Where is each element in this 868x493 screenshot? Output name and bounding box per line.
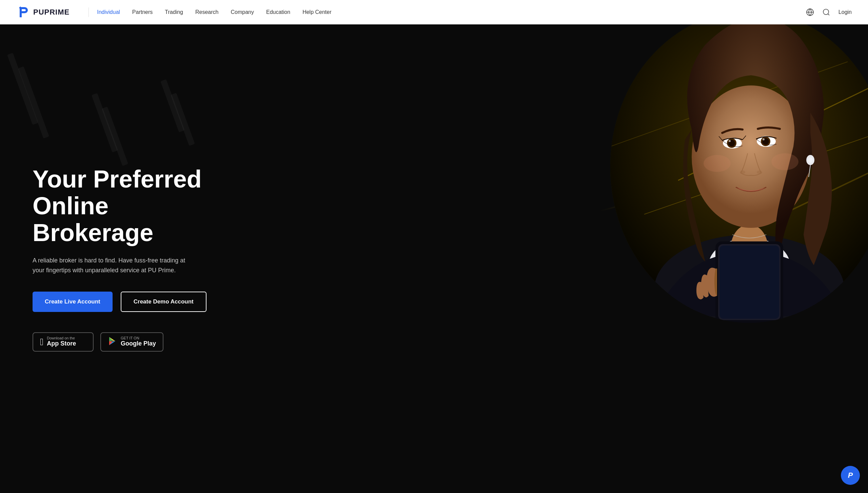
logo-icon bbox=[16, 5, 31, 19]
nav-links: Individual Partners Trading Research Com… bbox=[97, 9, 806, 15]
nav-help-center[interactable]: Help Center bbox=[302, 9, 331, 15]
decorative-slash-4 bbox=[102, 106, 128, 166]
hero-woman-image bbox=[610, 24, 868, 323]
decorative-slash-5 bbox=[160, 79, 185, 133]
login-button[interactable]: Login bbox=[839, 9, 852, 15]
search-icon[interactable] bbox=[822, 8, 830, 16]
nav-company[interactable]: Company bbox=[231, 9, 254, 15]
svg-point-23 bbox=[704, 155, 731, 172]
hero-section: Your Preferred Online Brokerage A reliab… bbox=[0, 24, 868, 493]
svg-rect-29 bbox=[719, 245, 779, 319]
decorative-slash-1 bbox=[7, 53, 38, 125]
nav-trading[interactable]: Trading bbox=[165, 9, 183, 15]
google-play-large-label: Google Play bbox=[121, 340, 156, 348]
navbar: PUPRIME Individual Partners Trading Rese… bbox=[0, 0, 868, 24]
google-play-button[interactable]: GET IT ON Google Play bbox=[100, 332, 163, 352]
app-store-small-label: Download on the bbox=[47, 336, 75, 340]
hero-buttons: Create Live Account Create Demo Account bbox=[33, 292, 231, 312]
app-store-text: Download on the App Store bbox=[47, 336, 76, 348]
hero-content: Your Preferred Online Brokerage A reliab… bbox=[0, 166, 231, 352]
globe-icon[interactable] bbox=[806, 8, 814, 16]
svg-point-20 bbox=[763, 138, 765, 140]
hero-title-line2: Online Brokerage bbox=[33, 192, 153, 246]
apple-icon:  bbox=[40, 337, 43, 347]
app-store-large-label: App Store bbox=[47, 340, 76, 348]
svg-point-22 bbox=[757, 171, 762, 174]
nav-divider bbox=[88, 7, 89, 17]
google-play-icon bbox=[108, 336, 117, 348]
pu-prime-badge-icon: P bbox=[848, 471, 853, 480]
svg-point-21 bbox=[740, 171, 745, 174]
google-play-small-label: GET IT ON bbox=[121, 336, 139, 340]
nav-research[interactable]: Research bbox=[195, 9, 218, 15]
create-demo-account-button[interactable]: Create Demo Account bbox=[121, 292, 206, 312]
hero-title-line1: Your Preferred bbox=[33, 165, 202, 193]
decorative-slash-3 bbox=[92, 93, 118, 152]
nav-right: Login bbox=[806, 8, 852, 16]
nav-education[interactable]: Education bbox=[266, 9, 290, 15]
svg-point-26 bbox=[808, 157, 813, 163]
hero-subtitle: A reliable broker is hard to find. Have … bbox=[33, 256, 195, 275]
hero-woman-svg bbox=[610, 24, 868, 323]
nav-partners[interactable]: Partners bbox=[132, 9, 153, 15]
pu-prime-badge: P bbox=[841, 466, 860, 485]
svg-point-16 bbox=[729, 140, 731, 142]
logo-text: PUPRIME bbox=[33, 8, 70, 17]
svg-point-24 bbox=[771, 153, 798, 170]
hero-image-oval bbox=[610, 24, 868, 323]
app-store-button[interactable]:  Download on the App Store bbox=[33, 332, 94, 352]
create-live-account-button[interactable]: Create Live Account bbox=[33, 292, 113, 312]
svg-point-2 bbox=[823, 9, 829, 15]
logo[interactable]: PUPRIME bbox=[16, 5, 70, 19]
decorative-slash-2 bbox=[18, 66, 49, 139]
decorative-slash-6 bbox=[171, 93, 195, 146]
nav-individual[interactable]: Individual bbox=[97, 9, 120, 15]
app-download-buttons:  Download on the App Store bbox=[33, 332, 231, 352]
google-play-text: GET IT ON Google Play bbox=[121, 336, 156, 348]
hero-title: Your Preferred Online Brokerage bbox=[33, 166, 231, 246]
